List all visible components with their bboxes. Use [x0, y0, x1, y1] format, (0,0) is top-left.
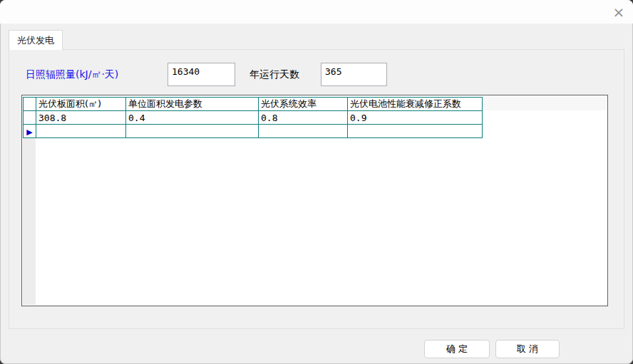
- grid-cell[interactable]: 0.4: [126, 111, 259, 125]
- grid-cell[interactable]: 0.8: [259, 111, 348, 125]
- row-selector-strip: [23, 138, 36, 305]
- pv-parameters-table: 光伏板面积(㎡)单位面积发电参数光伏系统效率光伏电池性能衰减修正系数 308.8…: [23, 97, 483, 138]
- table-header-row: 光伏板面积(㎡)单位面积发电参数光伏系统效率光伏电池性能衰减修正系数: [24, 98, 483, 111]
- row-selector-cell[interactable]: [24, 111, 36, 125]
- grid-cell[interactable]: 0.9: [348, 111, 483, 125]
- grid-cell[interactable]: [348, 125, 483, 138]
- column-header: 光伏板面积(㎡): [36, 98, 126, 111]
- column-header: 单位面积发电参数: [126, 98, 259, 111]
- dialog-window: × 光伏发电 日照辐照量(kJ/㎡·天) 年运行天数 光伏板面积(㎡)单位面积发…: [0, 0, 633, 364]
- grid-cell[interactable]: 308.8: [36, 111, 126, 125]
- current-row-indicator-icon: ▶: [26, 128, 32, 136]
- column-header: 光伏系统效率: [259, 98, 348, 111]
- close-icon[interactable]: ×: [609, 2, 629, 22]
- selector-header-cell: [24, 98, 36, 111]
- tab-photovoltaic[interactable]: 光伏发电: [9, 30, 63, 50]
- table-row: 308.80.40.80.9: [24, 111, 483, 125]
- header-extension-strip: [483, 96, 607, 110]
- operating-days-label: 年运行天数: [249, 63, 299, 86]
- table-row-empty: ▶: [24, 125, 483, 138]
- irradiance-input[interactable]: [168, 63, 235, 86]
- operating-days-input[interactable]: [321, 63, 387, 86]
- grid-cell[interactable]: [36, 125, 126, 138]
- ok-button[interactable]: 确 定: [424, 340, 490, 358]
- column-header: 光伏电池性能衰减修正系数: [348, 98, 483, 111]
- cancel-button[interactable]: 取 消: [495, 340, 560, 358]
- grid-cell[interactable]: [126, 125, 259, 138]
- row-selector-cell[interactable]: ▶: [24, 125, 36, 138]
- irradiance-label: 日照辐照量(kJ/㎡·天): [26, 63, 118, 86]
- title-bar: ×: [0, 0, 633, 24]
- grid-cell[interactable]: [259, 125, 348, 138]
- pv-grid-container: 光伏板面积(㎡)单位面积发电参数光伏系统效率光伏电池性能衰减修正系数 308.8…: [21, 95, 608, 306]
